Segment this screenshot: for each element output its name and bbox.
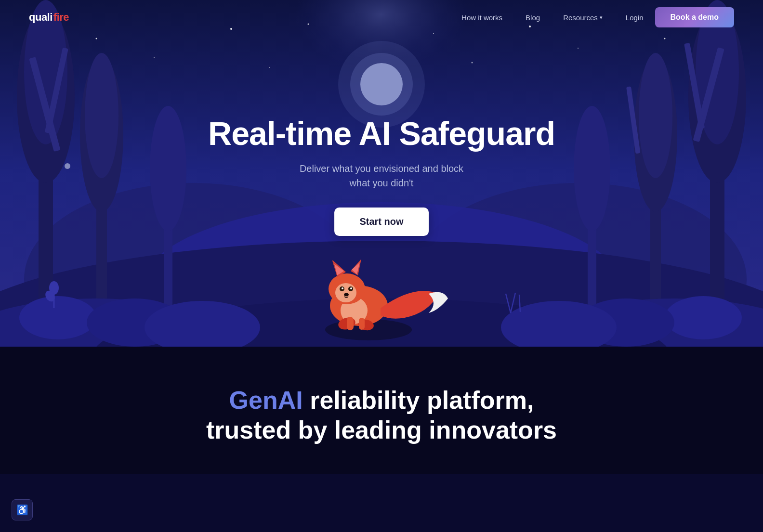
svg-point-31: [85, 53, 118, 178]
svg-point-79: [342, 287, 343, 289]
accessibility-button[interactable]: ♿: [12, 499, 33, 520]
below-hero-section: GenAI reliability platform, trusted by l…: [0, 347, 763, 474]
login-link[interactable]: Login: [626, 13, 644, 22]
svg-point-2: [96, 38, 97, 39]
svg-point-39: [639, 53, 672, 178]
svg-rect-67: [347, 317, 354, 330]
svg-point-11: [664, 38, 666, 39]
chevron-down-icon: ▾: [600, 14, 603, 21]
below-hero-title: GenAI reliability platform, trusted by l…: [0, 385, 763, 445]
svg-point-20: [360, 63, 403, 105]
hero-content: Real-time AI Safeguard Deliver what you …: [208, 116, 555, 236]
svg-rect-68: [359, 318, 365, 330]
nav-blog[interactable]: Blog: [526, 13, 540, 22]
svg-point-70: [335, 283, 356, 302]
svg-point-3: [154, 57, 155, 58]
svg-point-10: [578, 48, 579, 49]
svg-point-8: [472, 62, 473, 64]
hero-section: Real-time AI Safeguard Deliver what you …: [0, 0, 763, 347]
svg-point-53: [665, 296, 742, 339]
svg-point-81: [344, 293, 349, 297]
nav-resources[interactable]: Resources ▾: [563, 13, 603, 22]
start-now-button[interactable]: Start now: [334, 208, 428, 236]
svg-point-44: [150, 106, 186, 231]
svg-point-50: [19, 296, 96, 339]
hero-subtitle: Deliver what you envisioned and block wh…: [208, 161, 555, 190]
hero-title: Real-time AI Safeguard: [208, 116, 555, 152]
navigation: qualifire How it works Blog Resources ▾ …: [0, 0, 763, 35]
book-demo-button[interactable]: Book a demo: [655, 7, 734, 27]
svg-point-80: [350, 287, 352, 289]
nav-links: How it works Blog Resources ▾: [461, 13, 603, 22]
svg-point-5: [269, 67, 270, 68]
logo[interactable]: qualifire: [29, 11, 69, 24]
svg-point-46: [574, 106, 610, 231]
nav-how-it-works[interactable]: How it works: [461, 13, 502, 22]
svg-point-17: [65, 163, 70, 169]
